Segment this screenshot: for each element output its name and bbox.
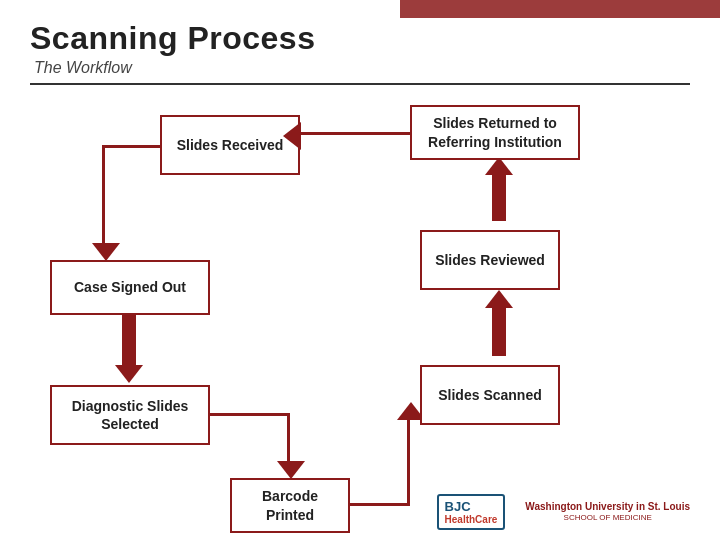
connector-up-to-scanned: [407, 410, 410, 503]
slides-received-box: Slides Received: [160, 115, 300, 175]
slides-scanned-box: Slides Scanned: [420, 365, 560, 425]
barcode-printed-box: Barcode Printed: [230, 478, 350, 533]
title-divider: [30, 83, 690, 85]
page-title: Scanning Process: [30, 20, 690, 57]
workflow-diagram: Slides Received Case Signed Out Diagnost…: [30, 95, 690, 495]
slides-reviewed-box: Slides Reviewed: [420, 230, 560, 290]
connector-returned-left: [300, 132, 412, 135]
arrow-to-case: [92, 243, 120, 261]
accent-bar: [400, 0, 720, 18]
bjc-logo: BJC HealthCare: [437, 494, 506, 530]
page-subtitle: The Workflow: [34, 59, 690, 77]
page-container: Scanning Process The Workflow Slides Rec…: [0, 0, 720, 540]
washu-logo: Washington University in St. Louis SCHOO…: [525, 501, 690, 523]
arrow-scanned-to-reviewed: [485, 290, 513, 356]
connector-left-top: [102, 145, 105, 245]
connector-vert-diag: [287, 413, 290, 463]
case-signed-out-box: Case Signed Out: [50, 260, 210, 315]
connector-horiz-1: [102, 145, 162, 148]
diagnostic-slides-box: Diagnostic Slides Selected: [50, 385, 210, 445]
arrow-case-to-diagnostic: [115, 315, 143, 383]
arrow-reviewed-to-returned: [485, 157, 513, 221]
arrow-to-barcode: [277, 461, 305, 479]
arrow-to-received: [283, 122, 301, 150]
logos-section: BJC HealthCare Washington University in …: [437, 494, 690, 530]
slides-returned-box: Slides Returned to Referring Institution: [410, 105, 580, 160]
title-section: Scanning Process The Workflow: [30, 20, 690, 77]
connector-horiz-diag: [210, 413, 290, 416]
connector-barcode-right: [350, 503, 410, 506]
